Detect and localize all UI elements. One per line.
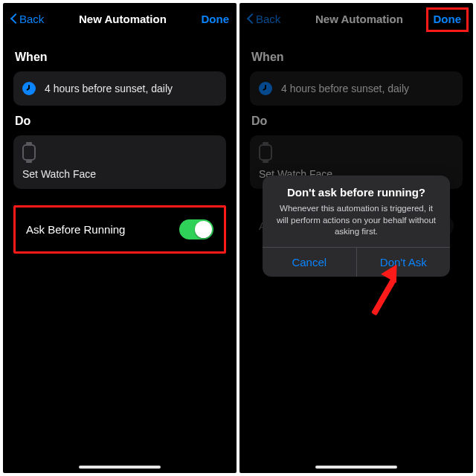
toggle-knob (195, 221, 212, 238)
screenshot-left: Back New Automation Done When 4 hours be… (3, 3, 237, 473)
chevron-left-icon (247, 13, 254, 25)
do-action-card[interactable]: Set Watch Face (13, 135, 226, 189)
highlight-ask-row: Ask Before Running (13, 205, 226, 254)
when-trigger-card[interactable]: 4 hours before sunset, daily (13, 71, 226, 106)
section-when-label: When (251, 51, 461, 64)
alert-title: Don't ask before running? (274, 186, 438, 199)
alert-message: Whenever this automation is triggered, i… (274, 203, 438, 238)
back-button[interactable]: Back (247, 13, 280, 25)
page-title: New Automation (315, 13, 403, 25)
when-trigger-text: 4 hours before sunset, daily (45, 83, 173, 94)
screenshot-right: Back New Automation Done Done When 4 hou… (239, 3, 473, 473)
alert-buttons: Cancel Don't Ask (263, 247, 450, 277)
ask-before-running-row: Ask Before Running (17, 209, 222, 250)
done-button[interactable]: Done (434, 13, 462, 25)
do-action-text: Set Watch Face (22, 168, 96, 180)
confirmation-alert: Don't ask before running? Whenever this … (263, 176, 450, 277)
home-indicator[interactable] (79, 466, 161, 469)
ask-before-running-label: Ask Before Running (26, 223, 125, 236)
back-button[interactable]: Back (10, 13, 44, 25)
page-title: New Automation (79, 13, 167, 25)
chevron-left-icon (10, 13, 18, 25)
highlight-done-button: Done (426, 7, 469, 32)
when-trigger-text: 4 hours before sunset, daily (281, 83, 409, 94)
alert-body: Don't ask before running? Whenever this … (263, 176, 450, 247)
alert-confirm-button[interactable]: Don't Ask (356, 248, 451, 277)
ask-before-running-toggle[interactable] (179, 219, 213, 239)
section-when-label: When (15, 51, 225, 64)
section-do-label: Do (251, 115, 461, 128)
navbar: Back New Automation Done (3, 3, 237, 34)
clock-icon (22, 82, 36, 95)
back-label: Back (19, 13, 44, 25)
when-trigger-card[interactable]: 4 hours before sunset, daily (250, 71, 463, 106)
watch-face-icon (259, 144, 272, 161)
section-do-label: Do (15, 115, 225, 128)
clock-icon (259, 82, 272, 95)
watch-face-icon (22, 144, 36, 161)
home-indicator[interactable] (315, 466, 397, 469)
done-button[interactable]: Done (201, 13, 229, 25)
alert-cancel-button[interactable]: Cancel (263, 248, 356, 277)
content: When 4 hours before sunset, daily Do Set… (3, 34, 237, 254)
back-label: Back (256, 13, 280, 25)
